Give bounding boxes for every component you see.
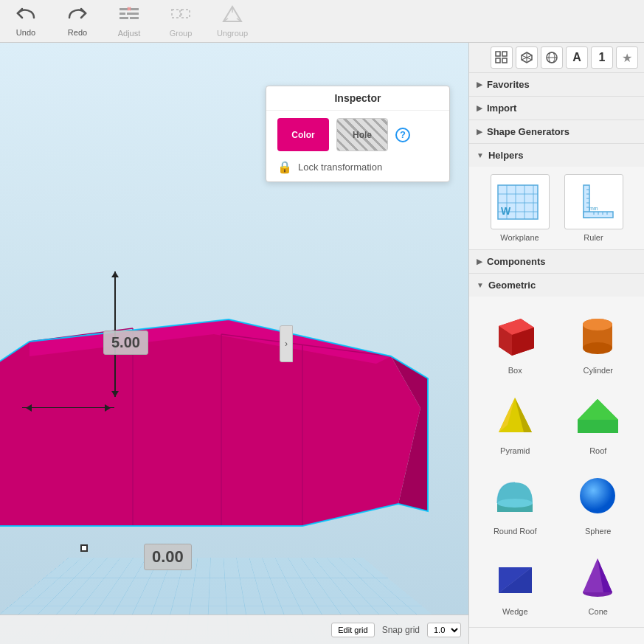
svg-rect-8 bbox=[172, 10, 180, 18]
svg-point-72 bbox=[497, 499, 533, 508]
import-arrow: ▶ bbox=[477, 104, 482, 112]
helpers-header[interactable]: ▼ Helpers bbox=[469, 144, 644, 167]
favorites-label: Favorites bbox=[487, 79, 530, 90]
round-roof-item[interactable]: Round Roof bbox=[477, 465, 554, 539]
text-a-icon[interactable]: A bbox=[566, 46, 588, 69]
measurement-5: 5.00 bbox=[103, 330, 148, 355]
color-button[interactable]: Color bbox=[277, 118, 329, 151]
wedge-item[interactable]: Wedge bbox=[477, 545, 554, 620]
undo-label: Undo bbox=[16, 28, 35, 37]
shape-generators-arrow: ▶ bbox=[477, 128, 482, 136]
svg-rect-1 bbox=[130, 8, 139, 10]
pyramid-item[interactable]: Pyramid bbox=[477, 384, 554, 459]
ungroup-icon bbox=[222, 5, 243, 27]
cylinder-item[interactable]: Cylinder bbox=[560, 304, 637, 378]
cone-thumb bbox=[570, 549, 626, 604]
shape-generators-header[interactable]: ▶ Shape Generators bbox=[469, 120, 644, 143]
workplane-thumb: W bbox=[491, 174, 550, 229]
cube-view-icon[interactable] bbox=[516, 46, 538, 69]
helpers-label: Helpers bbox=[488, 150, 524, 161]
ruler-item[interactable]: mm Ruler bbox=[561, 174, 627, 242]
cone-label: Cone bbox=[589, 607, 608, 616]
horizontal-arrow-line bbox=[22, 407, 114, 408]
adjust-icon bbox=[119, 5, 139, 27]
collapse-sidebar-button[interactable]: › bbox=[280, 325, 293, 362]
sidebar-top-icons: A 1 ★ bbox=[469, 43, 644, 73]
redo-icon bbox=[68, 6, 87, 27]
cylinder-label: Cylinder bbox=[584, 366, 613, 375]
roof-label: Roof bbox=[589, 446, 606, 455]
wedge-thumb bbox=[488, 549, 543, 604]
star-icon[interactable]: ★ bbox=[616, 46, 638, 69]
group-icon bbox=[170, 5, 191, 27]
ungroup-button[interactable]: Ungroup bbox=[214, 5, 251, 38]
shape-generators-label: Shape Generators bbox=[487, 126, 569, 137]
pyramid-label: Pyramid bbox=[500, 446, 530, 455]
svg-point-63 bbox=[583, 319, 612, 330]
sphere-label: Sphere bbox=[585, 527, 611, 536]
main-area: 5.00 0.00 › Edit grid Snap grid 1.0 0.5 … bbox=[0, 43, 644, 644]
box-thumb bbox=[488, 308, 543, 363]
bottom-bar: Edit grid Snap grid 1.0 0.5 2.0 bbox=[0, 614, 468, 644]
favorites-header[interactable]: ▶ Favorites bbox=[469, 73, 644, 96]
adjust-button[interactable]: Adjust bbox=[111, 5, 148, 38]
hole-button[interactable]: Hole bbox=[336, 118, 388, 151]
ungroup-label: Ungroup bbox=[217, 29, 248, 38]
round-roof-label: Round Roof bbox=[494, 527, 537, 536]
workplane-item[interactable]: W Workplane bbox=[487, 174, 553, 242]
svg-rect-4 bbox=[120, 17, 128, 19]
components-section: ▶ Components bbox=[469, 250, 644, 274]
svg-rect-5 bbox=[130, 17, 139, 19]
cone-item[interactable]: Cone bbox=[560, 545, 637, 620]
inspector-panel: Inspector Color Hole ? 🔒 Lock transforma… bbox=[266, 86, 450, 182]
canvas-area[interactable]: 5.00 0.00 › Edit grid Snap grid 1.0 0.5 … bbox=[0, 43, 468, 644]
shapes-grid: Box Cylinder bbox=[469, 297, 644, 627]
workplane-label: Workplane bbox=[500, 233, 539, 242]
svg-rect-27 bbox=[502, 58, 507, 63]
sidebar: A 1 ★ ▶ Favorites ▶ Import ▶ Shape Gener… bbox=[468, 43, 644, 644]
sphere-thumb bbox=[570, 468, 626, 524]
svg-rect-26 bbox=[496, 58, 500, 63]
edit-grid-button[interactable]: Edit grid bbox=[331, 623, 374, 637]
globe-icon[interactable] bbox=[541, 46, 563, 69]
geometric-header[interactable]: ▼ Geometric bbox=[469, 274, 644, 297]
svg-text:mm: mm bbox=[589, 206, 598, 211]
helpers-arrow: ▼ bbox=[477, 151, 484, 159]
box-label: Box bbox=[508, 366, 522, 375]
svg-rect-24 bbox=[496, 52, 500, 56]
svg-rect-3 bbox=[127, 13, 139, 15]
wedge-label: Wedge bbox=[502, 607, 528, 616]
handle-square bbox=[80, 544, 88, 552]
3d-shape bbox=[0, 312, 380, 533]
measurement-0: 0.00 bbox=[144, 544, 192, 570]
roof-item[interactable]: Roof bbox=[560, 384, 637, 459]
box-item[interactable]: Box bbox=[477, 304, 554, 378]
group-button[interactable]: Group bbox=[162, 5, 199, 38]
cylinder-thumb bbox=[570, 308, 626, 363]
import-header[interactable]: ▶ Import bbox=[469, 97, 644, 120]
round-roof-thumb bbox=[488, 468, 543, 524]
help-button[interactable]: ? bbox=[395, 128, 410, 142]
redo-button[interactable]: Redo bbox=[59, 6, 96, 37]
shape-generators-section: ▶ Shape Generators bbox=[469, 120, 644, 144]
import-section: ▶ Import bbox=[469, 97, 644, 120]
svg-rect-2 bbox=[120, 13, 125, 15]
import-label: Import bbox=[487, 103, 516, 114]
lock-label: Lock transformation bbox=[298, 162, 382, 173]
components-header[interactable]: ▶ Components bbox=[469, 250, 644, 273]
svg-text:W: W bbox=[501, 205, 511, 217]
components-label: Components bbox=[487, 256, 545, 267]
lock-icon: 🔒 bbox=[277, 160, 292, 174]
number-1-icon[interactable]: 1 bbox=[591, 46, 613, 69]
svg-marker-70 bbox=[578, 399, 618, 420]
grid-view-icon[interactable] bbox=[491, 46, 513, 69]
svg-point-62 bbox=[583, 342, 612, 354]
geometric-arrow: ▼ bbox=[477, 281, 484, 289]
undo-button[interactable]: Undo bbox=[7, 6, 44, 37]
sphere-item[interactable]: Sphere bbox=[560, 465, 637, 539]
snap-grid-select[interactable]: 1.0 0.5 2.0 bbox=[427, 623, 461, 637]
geometric-label: Geometric bbox=[488, 280, 536, 291]
snap-grid-label: Snap grid bbox=[382, 625, 420, 635]
ruler-thumb: mm bbox=[564, 174, 623, 229]
svg-marker-76 bbox=[499, 567, 532, 593]
